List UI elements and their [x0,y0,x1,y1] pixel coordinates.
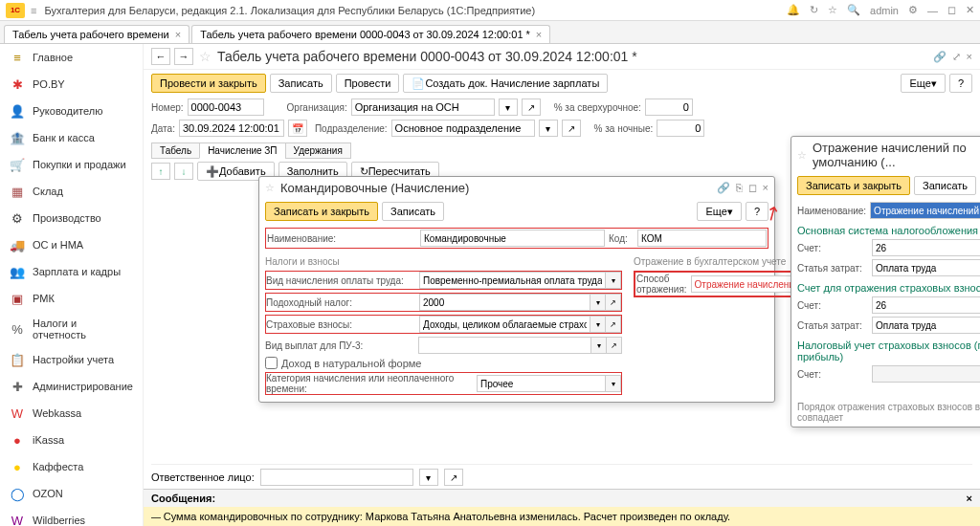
dept-select-button[interactable]: ▾ [539,120,558,137]
dept-input[interactable] [391,120,535,137]
favorite-icon[interactable]: ☆ [265,182,275,194]
bell-icon[interactable]: 🔔 [787,4,800,16]
ins-cost-input[interactable] [872,317,980,334]
sidebar-item[interactable]: 🏦Банк и касса [0,124,143,151]
sidebar-item[interactable]: ●iKassa [0,427,143,453]
num-input[interactable] [188,99,264,116]
sidebar-item[interactable]: 🚚ОС и НМА [0,231,143,258]
sidebar-item[interactable]: 👥Зарплата и кадры [0,258,143,285]
section-main-tax[interactable]: Основная система налогообложения [797,225,980,236]
open-icon[interactable]: ↗ [607,337,622,354]
search-icon[interactable]: 🔍 [847,4,860,16]
dropdown-icon[interactable]: ▾ [590,294,606,311]
pu3-input[interactable] [418,337,591,354]
tab-1[interactable]: Табель учета рабочего времени× [4,25,189,43]
favorite-icon[interactable]: ☆ [797,149,807,162]
close-messages-icon[interactable]: × [967,493,972,504]
section-insurance-acct[interactable]: Счет для отражения страховых взносов [797,282,980,294]
subtab-table[interactable]: Табель [151,142,200,159]
minimize-icon[interactable]: — [927,5,938,16]
post-button[interactable]: Провести [336,74,400,93]
sidebar-item[interactable]: %Налоги и отчетность [0,312,143,346]
write-button[interactable]: Записать [914,176,976,195]
ins-account-input[interactable] [872,296,980,314]
settings-icon[interactable]: ⚙ [908,4,918,16]
write-close-button[interactable]: Записать и закрыть [265,202,378,221]
org-open-button[interactable]: ↗ [522,99,541,116]
open-icon[interactable]: ↗ [606,294,621,311]
more-button[interactable]: Еще ▾ [901,74,945,93]
account-input[interactable] [872,239,980,256]
sidebar-item[interactable]: ▣РМК [0,285,143,312]
sidebar-item[interactable]: ⚙Производство [0,205,143,231]
dept-open-button[interactable]: ↗ [562,120,581,137]
taxes-section: Налоги и взносы [265,256,622,267]
nav-fwd-button[interactable]: → [174,48,193,65]
subtab-deductions[interactable]: Удержания [285,142,351,159]
open-icon[interactable]: ↗ [606,316,621,333]
org-select-button[interactable]: ▾ [499,99,518,116]
sidebar-item[interactable]: ✱PO.BY [0,71,143,98]
sidebar-item[interactable]: 👤Руководителю [0,98,143,124]
maximize-icon[interactable]: ◻ [748,182,757,194]
dropdown-icon[interactable]: ▾ [419,469,438,486]
dropdown-icon[interactable]: ▾ [606,272,621,289]
history-icon[interactable]: ↻ [810,4,818,16]
more-button[interactable]: Еще ▾ [697,202,741,221]
natural-income-checkbox[interactable]: Доход в натуральной форме [265,357,622,369]
dropdown-icon[interactable]: ▾ [591,337,607,354]
date-picker-button[interactable]: 📅 [288,120,307,137]
post-close-button[interactable]: Провести и закрыть [151,74,266,93]
user-label[interactable]: admin [870,5,899,16]
close-doc-icon[interactable]: × [967,51,972,62]
menu-icon[interactable]: ≡ [31,5,36,16]
date-input[interactable] [179,120,284,137]
pin-icon[interactable]: ⎘ [736,182,743,194]
sidebar-item[interactable]: ◯OZON [0,480,143,507]
dropdown-icon[interactable]: ▾ [590,316,606,333]
sidebar-item[interactable]: WWildberries [0,507,143,526]
sidebar-item[interactable]: ▦Склад [0,178,143,205]
section-tax-accounting[interactable]: Налоговый учет страховых взносов (по нал… [797,340,980,362]
sidebar-item[interactable]: 📋Настройки учета [0,346,143,373]
cost-item-input[interactable] [872,259,980,276]
sidebar-item[interactable]: ●Каффеста [0,453,143,480]
pay-type-input[interactable] [419,272,606,289]
move-down-button[interactable]: ↓ [174,163,193,180]
name-input[interactable] [420,230,605,247]
responsible-input[interactable] [260,469,413,486]
write-button[interactable]: Записать [382,202,444,221]
subtab-payroll[interactable]: Начисление ЗП [199,142,285,159]
sidebar-item[interactable]: 🛒Покупки и продажи [0,151,143,178]
income-tax-input[interactable] [419,294,590,311]
link-icon[interactable]: 🔗 [933,51,947,63]
window-icon[interactable]: ◻ [947,4,956,16]
category-input[interactable] [477,375,606,392]
nav-back-button[interactable]: ← [151,48,170,65]
org-input[interactable] [351,99,495,116]
create-doc-button[interactable]: 📄 Создать док. Начисление зарплаты [403,74,608,93]
star-icon[interactable]: ☆ [828,4,837,16]
night-input[interactable] [657,120,704,137]
expand-icon[interactable]: ⤢ [952,51,961,63]
dropdown-icon[interactable]: ▾ [606,375,621,392]
sidebar-item[interactable]: ≡Главное [0,44,143,71]
close-icon[interactable]: × [763,182,768,194]
sidebar-item[interactable]: WWebkassa [0,400,143,427]
write-close-button[interactable]: Записать и закрыть [797,176,910,195]
code-input[interactable] [637,230,767,247]
close-icon[interactable]: ✕ [966,4,974,16]
open-icon[interactable]: ↗ [444,469,463,486]
favorite-icon[interactable]: ☆ [199,49,212,64]
name-input[interactable] [870,202,980,219]
link-icon[interactable]: 🔗 [717,182,730,194]
close-tab-icon: × [175,29,181,40]
sidebar-item[interactable]: ✚Администрирование [0,373,143,400]
move-up-button[interactable]: ↑ [151,163,170,180]
help-button[interactable]: ? [949,74,972,93]
tax-account-input[interactable] [872,365,980,383]
tab-2[interactable]: Табель учета рабочего времени 0000-0043 … [191,25,550,43]
overtime-input[interactable] [645,99,693,116]
insurance-input[interactable] [419,316,590,333]
write-button[interactable]: Записать [270,74,332,93]
